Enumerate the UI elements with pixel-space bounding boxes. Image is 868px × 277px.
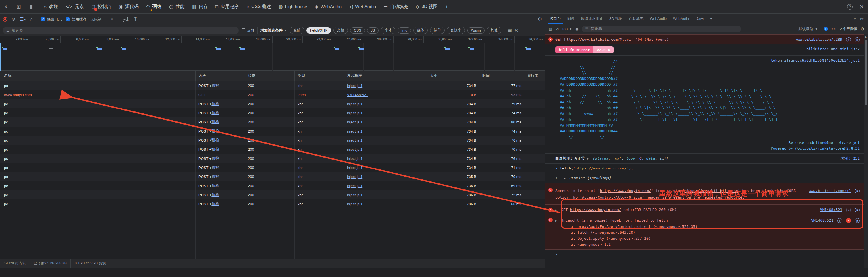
source-link[interactable]: www.bilibili.com/:1 <box>809 189 851 193</box>
stack-frame[interactable]: at proxyApplyFn.ApplyContext.reflect (<a… <box>571 223 860 229</box>
request-initiator-link[interactable]: inject.js:1 <box>347 184 362 188</box>
request-initiator-link[interactable]: inject.js:1 <box>347 120 362 124</box>
help-icon[interactable]: ? <box>847 4 852 10</box>
column-header-size[interactable]: 大小 <box>427 70 479 81</box>
request-row[interactable]: pc POST + 预检 200 xhr inject.js:1 734 B 7… <box>0 99 545 109</box>
request-row[interactable]: pc POST + 预检 200 xhr inject.js:1 734 B 8… <box>0 118 545 127</box>
panel-tab[interactable]: ⌂ ▲ 欢迎 <box>40 0 62 13</box>
panel-tab[interactable]: ◉ ▲ 源代码 <box>115 0 143 13</box>
panel-tab[interactable]: ◍ ▲ Lighthouse <box>275 0 311 13</box>
device-frame-icon[interactable]: ▮ <box>25 0 37 13</box>
panel-tab[interactable]: + ▲ <box>441 0 454 13</box>
panel-tab[interactable]: ◑ ▲ CSS 概述 <box>242 0 275 13</box>
drawer-tab[interactable]: 3D 视图 <box>606 14 626 24</box>
request-initiator-link[interactable]: inject.js:1 <box>347 138 362 143</box>
expand-triangle-icon[interactable]: ▶ <box>564 177 565 180</box>
preserve-log-checkbox[interactable]: ✓ 保留日志 <box>41 17 62 22</box>
log-level-dropdown[interactable]: 默认级别 ▼ <box>799 26 818 32</box>
request-type-chip[interactable]: 其他 <box>487 27 501 34</box>
copy-icon[interactable]: ▣ <box>855 189 860 193</box>
preflight-link[interactable]: 预检 <box>212 137 219 143</box>
copy-icon[interactable]: ▣ <box>855 208 860 212</box>
preflight-link[interactable]: 预检 <box>212 110 219 116</box>
column-header-initiator[interactable]: 发起程序 <box>344 70 427 81</box>
expand-triangle-icon[interactable]: ▶ <box>555 219 557 222</box>
panel-tab[interactable]: ◠ ▲ 网络 <box>143 0 165 13</box>
request-initiator-link[interactable]: inject.js:1 <box>347 129 362 133</box>
disable-cache-checkbox[interactable]: ✓ 禁用缓存 <box>66 17 86 22</box>
stack-trace-icon[interactable]: ⇅ <box>846 208 851 212</box>
hidden-messages-count[interactable]: 2 个已隐藏 <box>840 26 858 32</box>
request-initiator-link[interactable]: inject.js:1 <box>347 193 362 197</box>
network-overview-band[interactable]: 2,000 ms4,000 ms6,000 ms8,000 ms10,000 m… <box>0 36 545 70</box>
more-options-icon[interactable]: ⋯ <box>832 3 844 10</box>
source-link[interactable]: token-iframe.c6a6df9…b581450ee13b34.js:1 <box>771 58 860 63</box>
panel-tab[interactable]: ⊟ ▲ 控制台 <box>88 0 115 13</box>
filter-toggle-icon[interactable]: ☰✕ <box>19 16 26 22</box>
request-row[interactable]: pc POST + 预检 200 xhr inject.js:1 734 B 7… <box>0 163 545 172</box>
console-error-uncaught[interactable]: ✕ VM1468:521 ⇅ ✕ ▣ ▶ Uncaught (in promis… <box>545 215 864 250</box>
request-initiator-link[interactable]: inject.js:1 <box>347 175 362 179</box>
throttling-dropdown[interactable]: 无限制 ▼ <box>90 17 113 22</box>
issues-count[interactable]: 99+ <box>831 27 837 31</box>
drawer-tab[interactable]: 问题 <box>564 14 578 24</box>
preflight-link[interactable]: 预检 <box>212 165 219 170</box>
console-prompt[interactable]: › <box>545 250 864 259</box>
preflight-link[interactable]: 预检 <box>212 128 219 134</box>
panel-tab[interactable]: ◷ ▲ 性能 <box>165 0 188 13</box>
stack-frame[interactable]: at fetch (<anonymous>:643:28) <box>571 229 860 236</box>
drawer-tab[interactable]: 动画 <box>693 14 707 24</box>
console-scrollbar[interactable]: ▲ <box>864 34 868 268</box>
live-expression-eye-icon[interactable]: ◉ <box>575 27 578 31</box>
preflight-link[interactable]: 预检 <box>212 183 219 188</box>
stack-trace-icon[interactable]: ⇅ <box>846 37 851 42</box>
request-type-chip[interactable]: CSS <box>350 27 365 34</box>
console-output-promise[interactable]: ‹· ▶ Promise {<pending>} <box>545 173 864 183</box>
source-link[interactable]: (索引):251 <box>839 156 860 160</box>
drawer-tab[interactable]: WebAuthn <box>670 14 693 24</box>
request-type-chip[interactable]: Wasm <box>467 27 485 34</box>
request-row[interactable]: pc POST + 预检 200 xhr inject.js:1 736 B 6… <box>0 199 545 209</box>
request-row[interactable]: pc POST + 预检 200 xhr inject.js:1 734 B 7… <box>0 136 545 145</box>
expand-triangle-icon[interactable]: ▶ <box>587 157 589 160</box>
panel-tab[interactable]: ◇ ▲ 3D 视图 <box>412 0 441 13</box>
record-network-log-button[interactable] <box>3 17 7 22</box>
expand-triangle-icon[interactable]: ▶ <box>555 209 557 212</box>
request-initiator-link[interactable]: VM1468:521 <box>347 93 368 97</box>
column-header-fulfiller[interactable]: 履行者 <box>524 70 545 81</box>
console-log-ascii-art[interactable]: token-iframe.c6a6df9…b581450ee13b34.js:1… <box>545 56 864 154</box>
source-link[interactable]: biliMirror.umd.mini.js:2 <box>806 47 860 51</box>
invert-filter-checkbox[interactable]: 反转 <box>242 28 254 33</box>
request-type-chip[interactable]: 清单 <box>430 27 444 34</box>
column-header-type[interactable]: 类型 <box>295 70 344 81</box>
source-link[interactable]: VM1468:521 <box>811 218 833 222</box>
execution-context-dropdown[interactable]: top ▼ <box>562 27 572 31</box>
panel-tab[interactable]: □ ▲ 应用程序 <box>212 0 242 13</box>
request-initiator-link[interactable]: inject.js:1 <box>347 156 362 161</box>
drawer-tab[interactable]: 自动填充 <box>626 14 647 24</box>
request-initiator-link[interactable]: inject.js:1 <box>347 111 362 115</box>
request-url-link[interactable]: https://www.bilibili.com/@.avif <box>564 37 633 41</box>
console-input-fetch[interactable]: ›fetch('https://www.douyin.com/'); <box>545 163 864 173</box>
preflight-link[interactable]: 预检 <box>212 101 219 106</box>
clear-console-icon[interactable]: ⊘ <box>555 26 559 32</box>
request-row[interactable]: pc POST + 预检 200 xhr inject.js:1 734 B 7… <box>0 154 545 163</box>
console-error-404[interactable]: ✕ www.bilibili.com/:289 ⇅ ▣ GET https://… <box>545 34 864 44</box>
copy-icon[interactable]: ▣ <box>855 218 860 223</box>
network-settings-gear-icon[interactable]: ⚙ <box>538 16 542 22</box>
request-row[interactable]: pc POST + 预检 200 xhr inject.js:1 734 B 7… <box>0 109 545 118</box>
panel-tab[interactable]: ☰ ▲ 自动填充 <box>380 0 412 13</box>
request-type-chip[interactable]: 媒体 <box>413 27 428 34</box>
add-filter-dropdown[interactable]: 增加筛选条件 ▼ <box>260 28 287 33</box>
request-initiator-link[interactable]: inject.js:1 <box>347 202 362 206</box>
request-initiator-link[interactable]: inject.js:1 <box>347 84 362 88</box>
request-type-chip[interactable]: JS <box>367 27 379 34</box>
console-filter-input[interactable] <box>591 27 738 31</box>
request-row[interactable]: pc POST + 预检 200 xhr inject.js:1 736 B 7… <box>0 190 545 199</box>
device-toolbar-icon[interactable]: ⊞ <box>12 0 25 13</box>
request-type-chip[interactable]: Fetch/XHR <box>306 27 331 34</box>
scrollbar-thumb[interactable] <box>865 39 867 105</box>
request-row[interactable]: pc POST + 预检 200 xhr inject.js:1 734 B 7… <box>0 145 545 154</box>
panel-tab[interactable]: ◁ ▲ WebAudio <box>345 0 380 13</box>
blocked-requests-icon[interactable]: ⊘ <box>515 27 519 33</box>
